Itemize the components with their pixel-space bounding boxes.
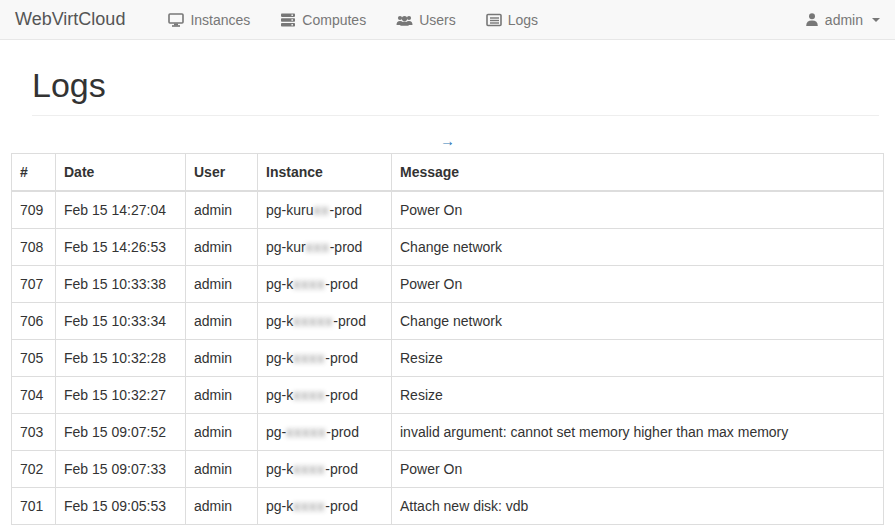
- log-date: Feb 15 10:33:38: [56, 266, 186, 303]
- table-header-row: # Date User Instance Message: [12, 154, 884, 192]
- log-user: admin: [186, 191, 258, 229]
- page-title: Logs: [32, 66, 879, 105]
- log-message: Resize: [392, 377, 884, 414]
- header-id: #: [12, 154, 56, 192]
- log-user: admin: [186, 303, 258, 340]
- header-instance: Instance: [258, 154, 392, 192]
- page-header: Logs: [32, 66, 879, 116]
- log-date: Feb 15 10:32:27: [56, 377, 186, 414]
- log-message: invalid argument: cannot set memory high…: [392, 414, 884, 451]
- redacted-text: xxxxx: [293, 313, 333, 329]
- desktop-icon: [168, 12, 184, 28]
- log-date: Feb 15 10:32:28: [56, 340, 186, 377]
- table-row: 701 Feb 15 09:05:53 admin pg-kxxxx-prod …: [12, 488, 884, 525]
- log-message: Change network: [392, 303, 884, 340]
- log-message: Resize: [392, 340, 884, 377]
- user-menu-label: admin: [825, 12, 863, 28]
- table-row: 708 Feb 15 14:26:53 admin pg-kurxxx-prod…: [12, 229, 884, 266]
- nav-item-label: Computes: [302, 12, 366, 28]
- table-row: 706 Feb 15 10:33:34 admin pg-kxxxxx-prod…: [12, 303, 884, 340]
- log-date: Feb 15 09:05:53: [56, 488, 186, 525]
- log-message: Power On: [392, 266, 884, 303]
- log-message: Power On: [392, 451, 884, 488]
- top-navbar: WebVirtCloud Instances: [0, 0, 895, 40]
- log-user: admin: [186, 488, 258, 525]
- logs-icon: [486, 12, 502, 28]
- main-nav: Instances Computes: [153, 2, 553, 38]
- log-user: admin: [186, 266, 258, 303]
- log-date: Feb 15 14:27:04: [56, 191, 186, 229]
- log-date: Feb 15 09:07:33: [56, 451, 186, 488]
- log-user: admin: [186, 377, 258, 414]
- log-id: 701: [12, 488, 56, 525]
- header-user: User: [186, 154, 258, 192]
- redacted-text: xxxx: [293, 276, 325, 292]
- redacted-text: xxxx: [293, 498, 325, 514]
- user-menu-toggle[interactable]: admin: [790, 2, 880, 38]
- redacted-text: xxxx: [293, 461, 325, 477]
- table-row: 707 Feb 15 10:33:38 admin pg-kxxxx-prod …: [12, 266, 884, 303]
- table-row: 702 Feb 15 09:07:33 admin pg-kxxxx-prod …: [12, 451, 884, 488]
- nav-item-computes[interactable]: Computes: [265, 2, 381, 38]
- log-instance: pg-kxxxx-prod: [258, 451, 392, 488]
- log-id: 702: [12, 451, 56, 488]
- log-id: 708: [12, 229, 56, 266]
- table-row: 705 Feb 15 10:32:28 admin pg-kxxxx-prod …: [12, 340, 884, 377]
- log-user: admin: [186, 451, 258, 488]
- chevron-down-icon: [872, 18, 880, 22]
- pagination: →: [0, 132, 895, 150]
- redacted-text: xxx: [306, 239, 330, 255]
- user-icon: [805, 12, 819, 27]
- redacted-text: xxxx: [293, 387, 325, 403]
- log-date: Feb 15 09:07:52: [56, 414, 186, 451]
- log-date: Feb 15 10:33:34: [56, 303, 186, 340]
- redacted-text: xxxxx: [286, 424, 326, 440]
- log-user: admin: [186, 340, 258, 377]
- log-message: Attach new disk: vdb: [392, 488, 884, 525]
- log-date: Feb 15 14:26:53: [56, 229, 186, 266]
- users-icon: [396, 12, 413, 28]
- redacted-text: xx: [313, 202, 329, 218]
- redacted-text: xxxx: [293, 350, 325, 366]
- log-instance: pg-kxxxx-prod: [258, 488, 392, 525]
- log-user: admin: [186, 414, 258, 451]
- log-instance: pg-kxxxx-prod: [258, 377, 392, 414]
- brand-logo[interactable]: WebVirtCloud: [15, 9, 125, 30]
- log-instance: pg-kxxxx-prod: [258, 340, 392, 377]
- nav-item-label: Instances: [190, 12, 250, 28]
- log-id: 705: [12, 340, 56, 377]
- log-user: admin: [186, 229, 258, 266]
- log-id: 704: [12, 377, 56, 414]
- nav-item-label: Logs: [508, 12, 538, 28]
- table-row: 709 Feb 15 14:27:04 admin pg-kuruxx-prod…: [12, 191, 884, 229]
- nav-item-users[interactable]: Users: [381, 2, 471, 38]
- log-instance: pg-xxxxx-prod: [258, 414, 392, 451]
- header-message: Message: [392, 154, 884, 192]
- log-instance: pg-kxxxxx-prod: [258, 303, 392, 340]
- nav-item-instances[interactable]: Instances: [153, 2, 265, 38]
- next-page-link[interactable]: →: [440, 132, 455, 149]
- log-id: 703: [12, 414, 56, 451]
- table-row: 704 Feb 15 10:32:27 admin pg-kxxxx-prod …: [12, 377, 884, 414]
- log-message: Change network: [392, 229, 884, 266]
- log-id: 706: [12, 303, 56, 340]
- log-instance: pg-kurxxx-prod: [258, 229, 392, 266]
- log-id: 707: [12, 266, 56, 303]
- nav-item-logs[interactable]: Logs: [471, 2, 553, 38]
- log-instance: pg-kuruxx-prod: [258, 191, 392, 229]
- header-date: Date: [56, 154, 186, 192]
- nav-item-label: Users: [419, 12, 456, 28]
- log-instance: pg-kxxxx-prod: [258, 266, 392, 303]
- server-icon: [280, 12, 296, 28]
- table-row: 703 Feb 15 09:07:52 admin pg-xxxxx-prod …: [12, 414, 884, 451]
- log-id: 709: [12, 191, 56, 229]
- logs-table: # Date User Instance Message 709 Feb 15 …: [11, 153, 884, 525]
- log-message: Power On: [392, 191, 884, 229]
